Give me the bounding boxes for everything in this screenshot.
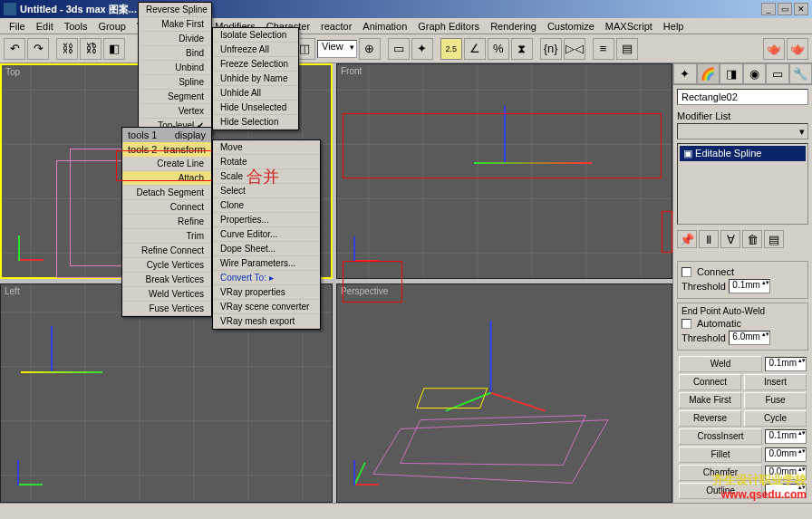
- menu-bar[interactable]: File Edit Tools Group Views Create Modif…: [0, 18, 812, 34]
- ctx-convert-to[interactable]: Convert To:: [213, 271, 320, 285]
- weld-spinner[interactable]: 0.1mm: [765, 357, 807, 371]
- ctx-hide-unsel[interactable]: Hide Unselected: [213, 101, 298, 115]
- snap-button[interactable]: 2.5: [440, 38, 462, 60]
- angle-snap-button[interactable]: ∠: [464, 38, 486, 60]
- ctx-move[interactable]: Move: [213, 140, 320, 155]
- ctx-spline[interactable]: Spline: [139, 75, 211, 90]
- ctx-segment[interactable]: Segment: [139, 90, 211, 104]
- ctx-dope-sheet[interactable]: Dope Sheet...: [213, 242, 320, 256]
- ctx-freeze-sel[interactable]: Freeze Selection: [213, 57, 298, 72]
- crossinsert-spinner[interactable]: 0.1mm: [765, 429, 807, 444]
- bind-button[interactable]: ◧: [103, 38, 125, 60]
- command-tabs[interactable]: ✦ 🌈 ◨ ◉ ▭ 🔧: [673, 63, 812, 85]
- ctx-vray-scene[interactable]: VRay scene converter: [213, 300, 320, 314]
- tab-create[interactable]: ✦: [673, 63, 697, 84]
- align-button[interactable]: ≡: [593, 38, 614, 60]
- unlink-button[interactable]: ⛓̸: [80, 38, 102, 60]
- ctx-hide-sel[interactable]: Hide Selection: [213, 115, 298, 130]
- configure-icon[interactable]: ▤: [764, 230, 784, 248]
- menu-animation[interactable]: Animation: [357, 19, 412, 34]
- make-unique-icon[interactable]: ∀: [720, 230, 740, 248]
- pin-stack-icon[interactable]: 📌: [677, 230, 697, 248]
- fillet-button[interactable]: Fillet: [679, 447, 762, 463]
- ctx-properties[interactable]: Properties...: [213, 213, 320, 227]
- ctx-vray-props[interactable]: VRay properties: [213, 285, 320, 300]
- ctx-create-line[interactable]: Create Line: [122, 157, 211, 171]
- menu-maxscript[interactable]: MAXScript: [600, 19, 658, 34]
- connect-button[interactable]: Connect: [679, 374, 741, 390]
- ctx-trim[interactable]: Trim: [122, 229, 211, 244]
- select-button[interactable]: ▭: [388, 38, 410, 60]
- ctx-wire-params[interactable]: Wire Parameters...: [213, 256, 320, 271]
- menu-grapheditors[interactable]: Graph Editors: [412, 19, 485, 34]
- connect-check-label[interactable]: Connect: [697, 266, 734, 277]
- ctx-cycle-vertices[interactable]: Cycle Vertices: [122, 258, 211, 273]
- ctx-unhide-all[interactable]: Unhide All: [213, 86, 298, 101]
- insert-button[interactable]: Insert: [744, 374, 807, 390]
- named-sel-button[interactable]: {n}: [540, 38, 562, 60]
- stack-editable-spline[interactable]: ▣ Editable Spline: [680, 146, 806, 161]
- ctx-attach[interactable]: Attach: [122, 171, 211, 186]
- fillet-spinner[interactable]: 0.0mm: [765, 447, 807, 462]
- ctx-divide[interactable]: Divide: [139, 32, 211, 46]
- tab-utilities[interactable]: 🔧: [789, 63, 813, 84]
- object-name-field[interactable]: Rectangle02: [677, 89, 808, 105]
- menu-group[interactable]: Group: [92, 19, 131, 34]
- tab-motion[interactable]: ◉: [743, 63, 767, 84]
- tab-modify[interactable]: 🌈: [697, 63, 720, 84]
- menu-edit[interactable]: Edit: [31, 19, 59, 34]
- ctx-refine-connect[interactable]: Refine Connect: [122, 244, 211, 258]
- ctx-detach-segment[interactable]: Detach Segment: [122, 186, 211, 200]
- maximize-button[interactable]: ▭: [778, 3, 792, 15]
- menu-file[interactable]: File: [4, 19, 31, 34]
- center-button[interactable]: ⊕: [359, 38, 381, 60]
- modifier-stack[interactable]: ▣ Editable Spline: [677, 143, 808, 225]
- spinner-snap-button[interactable]: ⧗: [511, 38, 533, 60]
- mirror-button[interactable]: ▷◁: [564, 38, 585, 60]
- ctx-bind[interactable]: Bind: [139, 46, 211, 61]
- fuse-button[interactable]: Fuse: [744, 392, 807, 408]
- redo-button[interactable]: ↷: [27, 38, 49, 60]
- layers-button[interactable]: ▤: [616, 38, 638, 60]
- ctx-vertex[interactable]: Vertex: [139, 104, 211, 119]
- manip-button[interactable]: ✦: [411, 38, 433, 60]
- tab-display[interactable]: ▭: [766, 63, 789, 84]
- quick-render-button[interactable]: 🫖: [787, 38, 808, 60]
- automatic-check-label[interactable]: Automatic: [697, 318, 741, 329]
- ctx-curve-editor[interactable]: Curve Editor...: [213, 227, 320, 242]
- viewport-perspective[interactable]: Perspective: [336, 284, 672, 504]
- show-end-icon[interactable]: Ⅱ: [699, 230, 719, 248]
- ctx-reverse-spline[interactable]: Reverse Spline: [139, 3, 211, 17]
- ctx-unbind[interactable]: Unbind: [139, 61, 211, 75]
- ctx-fuse-vertices[interactable]: Fuse Vertices: [122, 302, 211, 316]
- ctx-unhide-name[interactable]: Unhide by Name: [213, 72, 298, 86]
- render-scene-button[interactable]: 🫖: [763, 38, 785, 60]
- crossinsert-button[interactable]: CrossInsert: [679, 428, 762, 445]
- menu-rendering[interactable]: Rendering: [485, 19, 542, 34]
- threshold-spinner[interactable]: 0.1mm: [729, 279, 770, 293]
- ref-coord-combo[interactable]: View: [317, 40, 357, 58]
- menu-reactor[interactable]: reactor: [315, 19, 357, 34]
- quad-menu-tools1[interactable]: Reverse Spline Make First Divide Bind Un…: [138, 2, 212, 134]
- ctx-clone[interactable]: Clone: [213, 198, 320, 213]
- makefirst-button[interactable]: Make First: [679, 392, 741, 408]
- undo-button[interactable]: ↶: [4, 38, 25, 60]
- reverse-button[interactable]: Reverse: [679, 410, 741, 427]
- threshold2-spinner[interactable]: 6.0mm: [729, 331, 770, 345]
- ctx-weld-vertices[interactable]: Weld Vertices: [122, 287, 211, 302]
- menu-help[interactable]: Help: [658, 19, 690, 34]
- ctx-vray-mesh[interactable]: VRay mesh export: [213, 314, 320, 329]
- menu-customize[interactable]: Customize: [542, 19, 600, 34]
- ctx-unfreeze-all[interactable]: Unfreeze All: [213, 43, 298, 57]
- ctx-connect[interactable]: Connect: [122, 200, 211, 215]
- quad-menu-tools2[interactable]: tools 1display tools 2transform Create L…: [121, 127, 212, 317]
- link-button[interactable]: ⛓: [56, 38, 78, 60]
- weld-button[interactable]: Weld: [679, 356, 762, 372]
- tab-hierarchy[interactable]: ◨: [720, 63, 743, 84]
- quad-menu-display[interactable]: Isolate Selection Unfreeze All Freeze Se…: [212, 27, 299, 130]
- percent-snap-button[interactable]: %: [488, 38, 509, 60]
- modifier-list-combo[interactable]: [677, 123, 808, 139]
- ctx-isolate[interactable]: Isolate Selection: [213, 28, 298, 43]
- ctx-refine[interactable]: Refine: [122, 215, 211, 229]
- ctx-break-vertices[interactable]: Break Vertices: [122, 273, 211, 287]
